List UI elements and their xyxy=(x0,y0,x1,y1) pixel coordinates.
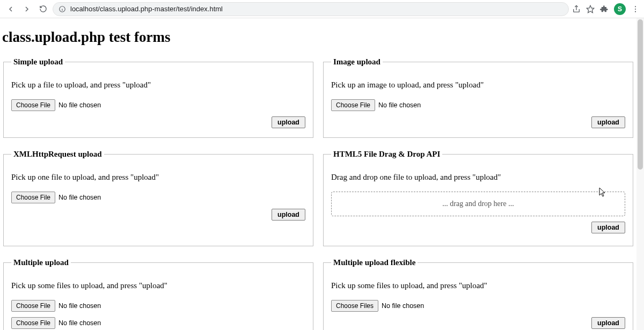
extensions-icon[interactable] xyxy=(600,5,609,13)
choose-file-button[interactable]: Choose File xyxy=(11,192,55,203)
svg-marker-3 xyxy=(587,5,594,12)
panel-xhr-upload: XMLHttpRequest upload Pick up one file t… xyxy=(3,150,313,246)
svg-point-4 xyxy=(635,6,636,7)
vertical-scrollbar[interactable] xyxy=(636,18,644,330)
svg-point-6 xyxy=(635,11,636,12)
page-title: class.upload.php test forms xyxy=(2,29,634,46)
avatar-letter: S xyxy=(618,5,622,13)
panel-drag-drop: HTML5 File Drag & Drop API Drag and drop… xyxy=(323,150,633,246)
address-bar[interactable]: localhost/class.upload.php-master/test/i… xyxy=(53,2,569,16)
file-status-text: No file chosen xyxy=(58,319,101,327)
file-status-text: No file chosen xyxy=(382,302,424,310)
panel-multiple-upload-flexible: Multiple upload flexible Pick up some fi… xyxy=(323,258,633,330)
file-status-text: No file chosen xyxy=(58,101,101,109)
panel-legend: Simple upload xyxy=(11,57,65,67)
panel-description: Pick up a file to upload, and press "upl… xyxy=(11,80,305,90)
panel-description: Pick up some files to upload, and press … xyxy=(331,281,625,290)
choose-file-button[interactable]: Choose File xyxy=(331,99,375,111)
panel-multiple-upload: Multiple upload Pick up some files to up… xyxy=(3,258,313,330)
site-info-icon[interactable] xyxy=(58,5,66,13)
file-status-text: No file chosen xyxy=(58,302,101,310)
upload-button[interactable]: upload xyxy=(591,222,625,233)
file-status-text: No file chosen xyxy=(58,194,101,201)
scrollbar-thumb[interactable] xyxy=(638,19,643,170)
back-button[interactable] xyxy=(4,3,17,16)
panel-simple-upload: Simple upload Pick up a file to upload, … xyxy=(3,57,313,138)
panel-description: Pick up some files to upload, and press … xyxy=(11,281,305,290)
upload-button[interactable]: upload xyxy=(591,317,625,329)
url-text: localhost/class.upload.php-master/test/i… xyxy=(70,5,223,13)
profile-avatar[interactable]: S xyxy=(614,3,626,15)
choose-file-button[interactable]: Choose File xyxy=(11,99,55,111)
panel-legend: Image upload xyxy=(331,57,383,67)
upload-button[interactable]: upload xyxy=(272,209,305,221)
panel-description: Pick up one file to upload, and press "u… xyxy=(11,173,305,182)
panel-description: Pick up an image to upload, and press "u… xyxy=(331,80,625,90)
panel-legend: Multiple upload xyxy=(11,258,71,267)
page-viewport: class.upload.php test forms Simple uploa… xyxy=(0,18,636,330)
upload-button[interactable]: upload xyxy=(272,116,305,128)
forward-button[interactable] xyxy=(20,3,33,16)
reload-button[interactable] xyxy=(36,3,49,16)
panel-image-upload: Image upload Pick up an image to upload,… xyxy=(323,57,633,138)
choose-files-button[interactable]: Choose Files xyxy=(331,300,378,312)
panel-legend: XMLHttpRequest upload xyxy=(11,150,104,159)
bookmark-star-icon[interactable] xyxy=(586,5,595,13)
browser-toolbar: localhost/class.upload.php-master/test/i… xyxy=(0,0,644,18)
dropzone[interactable]: ... drag and drop here ... xyxy=(331,192,625,216)
panel-legend: HTML5 File Drag & Drop API xyxy=(331,150,442,159)
upload-button[interactable]: upload xyxy=(591,116,625,128)
choose-file-button[interactable]: Choose File xyxy=(11,300,55,312)
panel-description: Drag and drop one file to upload, and pr… xyxy=(331,173,625,182)
kebab-menu-icon[interactable] xyxy=(631,5,640,13)
file-status-text: No file chosen xyxy=(378,101,421,109)
share-icon[interactable] xyxy=(572,5,581,13)
choose-file-button[interactable]: Choose File xyxy=(11,317,55,329)
panel-legend: Multiple upload flexible xyxy=(331,258,418,267)
svg-point-5 xyxy=(635,8,636,9)
